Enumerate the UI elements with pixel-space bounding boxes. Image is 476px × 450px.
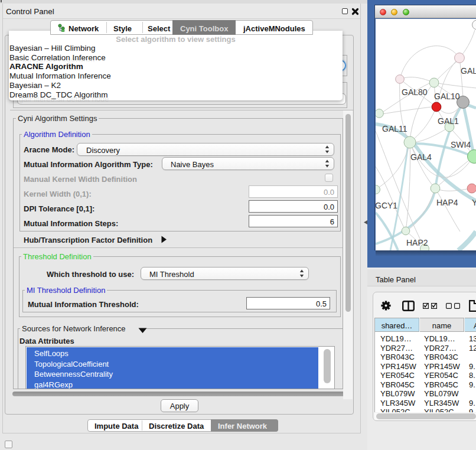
svg-text:GAL80: GAL80 [402,87,428,97]
svg-text:Y: Y [472,198,476,207]
svg-text:GAL: GAL [461,66,476,76]
svg-text:SWI4: SWI4 [451,140,471,149]
svg-text:GAL10: GAL10 [434,92,460,101]
svg-text:HAP2: HAP2 [406,238,428,247]
svg-text:GAL11: GAL11 [382,124,407,133]
svg-text:GCY1: GCY1 [376,201,397,210]
svg-text:HAP4: HAP4 [436,198,458,207]
svg-text:GAL1: GAL1 [438,116,459,126]
svg-text:GAL4: GAL4 [410,152,432,162]
